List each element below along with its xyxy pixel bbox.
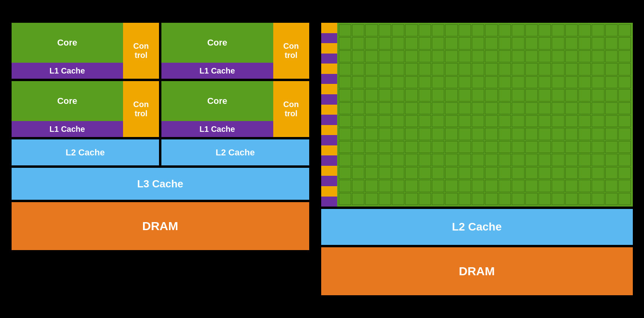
gpu-core-cell: [485, 193, 497, 205]
l1-cache-4: L1 Cache: [161, 121, 273, 137]
gpu-core-cell: [339, 37, 351, 49]
gpu-core-cell: [379, 141, 391, 153]
gpu-core-cell: [552, 128, 564, 140]
stripe-segment-17: [321, 197, 337, 207]
gpu-core-cell: [419, 115, 431, 127]
gpu-core-cell: [525, 102, 538, 114]
gpu-core-cell: [365, 24, 378, 36]
gpu-core-cell: [339, 89, 351, 101]
gpu-core-cell: [525, 141, 538, 153]
gpu-core-cell: [565, 128, 578, 140]
gpu-core-cell: [525, 180, 538, 192]
core-block-1: Core L1 Cache: [12, 23, 123, 79]
gpu-core-cell: [419, 50, 431, 62]
gpu-core-cell: [339, 193, 351, 205]
gpu-core-cell: [352, 24, 364, 36]
gpu-core-cell: [618, 128, 631, 140]
gpu-core-cell: [499, 167, 511, 179]
gpu-core-cell: [485, 102, 497, 114]
gpu-core-cell: [445, 24, 457, 36]
gpu-core-cell: [565, 193, 578, 205]
gpu-core-cell: [539, 193, 551, 205]
gpu-core-cell: [499, 154, 511, 166]
gpu-core-cell: [419, 141, 431, 153]
gpu-core-cell: [525, 63, 538, 75]
gpu-core-cell: [392, 50, 404, 62]
cpu-dram: DRAM: [12, 202, 309, 250]
gpu-core-cell: [618, 37, 631, 49]
gpu-core-cell: [352, 154, 364, 166]
gpu-core-cell: [565, 154, 578, 166]
gpu-core-cell: [339, 76, 351, 88]
gpu-core-cell: [419, 63, 431, 75]
gpu-core-cell: [392, 180, 404, 192]
gpu-core-cell: [605, 141, 618, 153]
gpu-core-cell: [552, 115, 564, 127]
gpu-core-cell: [392, 115, 404, 127]
gpu-core-cell: [472, 180, 484, 192]
gpu-core-cell: [445, 50, 457, 62]
gpu-core-cell: [472, 50, 484, 62]
gpu-core-cell: [539, 76, 551, 88]
gpu-core-cell: [605, 193, 618, 205]
stripe-segment-7: [321, 94, 337, 105]
stripe-segment-2: [321, 43, 337, 54]
gpu-core-cell: [379, 63, 391, 75]
gpu-core-cell: [605, 50, 618, 62]
gpu-core-cell: [539, 154, 551, 166]
stripe-segment-5: [321, 74, 337, 84]
stripe-segment-8: [321, 105, 337, 115]
core-group-1: Core L1 Cache Control: [12, 23, 159, 79]
gpu-core-cell: [512, 154, 524, 166]
gpu-core-cell: [618, 180, 631, 192]
gpu-core-cell: [499, 180, 511, 192]
gpu-core-cell: [618, 24, 631, 36]
gpu-core-cell: [499, 37, 511, 49]
gpu-core-cell: [472, 115, 484, 127]
gpu-core-cell: [605, 24, 618, 36]
gpu-core-cell: [499, 24, 511, 36]
gpu-core-cell: [405, 76, 417, 88]
gpu-core-cell: [499, 76, 511, 88]
gpu-core-cell: [552, 141, 564, 153]
gpu-core-cell: [525, 76, 538, 88]
gpu-core-cell: [512, 128, 524, 140]
core-4: Core: [161, 81, 273, 121]
gpu-core-cell: [339, 154, 351, 166]
core-2: Core: [161, 23, 273, 63]
gpu-core-cell: [578, 167, 591, 179]
gpu-core-cell: [419, 37, 431, 49]
gpu-core-cell: [578, 102, 591, 114]
gpu-core-cell: [459, 37, 471, 49]
gpu-core-cell: [472, 193, 484, 205]
gpu-core-cell: [472, 37, 484, 49]
gpu-core-cell: [405, 115, 417, 127]
core-block-4: Core L1 Cache: [161, 81, 273, 137]
gpu-core-cell: [419, 167, 431, 179]
gpu-core-cell: [578, 180, 591, 192]
stripe-segment-15: [321, 176, 337, 186]
gpu-core-cell: [405, 128, 417, 140]
gpu-core-cell: [432, 24, 444, 36]
gpu-core-cell: [578, 24, 591, 36]
stripe-segment-11: [321, 135, 337, 145]
gpu-core-cell: [552, 180, 564, 192]
gpu-core-cell: [339, 141, 351, 153]
gpu-dram: DRAM: [321, 247, 633, 295]
gpu-core-cell: [539, 115, 551, 127]
gpu-core-cell: [499, 89, 511, 101]
gpu-core-cell: [618, 154, 631, 166]
gpu-core-cell: [339, 24, 351, 36]
gpu-core-cell: [605, 128, 618, 140]
gpu-core-cell: [352, 37, 364, 49]
gpu-core-cell: [445, 167, 457, 179]
gpu-core-cell: [512, 76, 524, 88]
gpu-core-cell: [592, 50, 604, 62]
gpu-core-cell: [419, 102, 431, 114]
gpu-core-cell: [525, 37, 538, 49]
gpu-core-cell: [445, 102, 457, 114]
gpu-core-cell: [512, 24, 524, 36]
gpu-core-cell: [459, 180, 471, 192]
control-2: Control: [273, 23, 309, 79]
gpu-core-cell: [352, 128, 364, 140]
